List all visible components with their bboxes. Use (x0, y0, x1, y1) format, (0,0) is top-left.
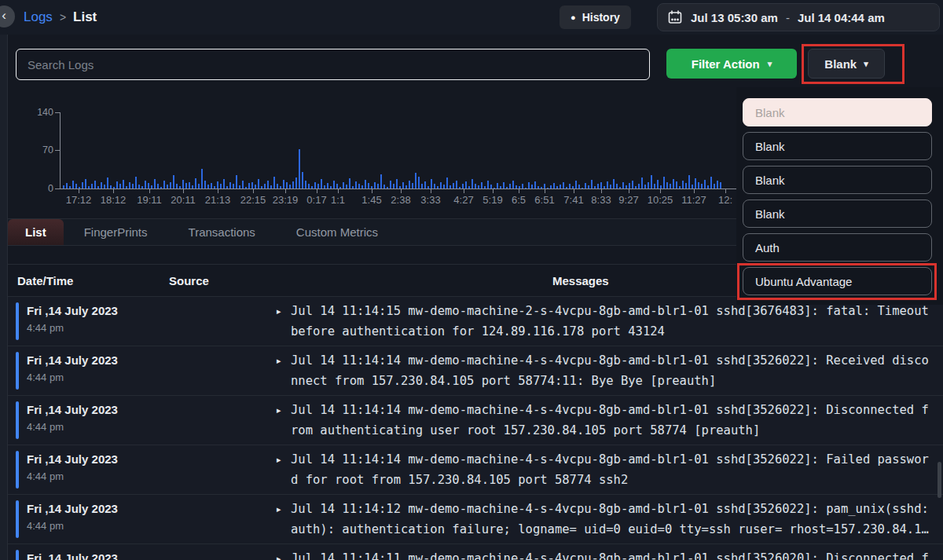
scrollbar-thumb[interactable] (937, 462, 941, 498)
row-time: 4:44 pm (27, 322, 64, 334)
chart-bar (487, 181, 489, 188)
chart-bar (201, 169, 203, 188)
expand-arrow-icon[interactable]: ▸ (277, 548, 291, 560)
chart-bar (663, 177, 665, 188)
tab-custom-metrics[interactable]: Custom Metrics (276, 219, 398, 245)
chart-x-tick-label: 21:13 (205, 194, 231, 206)
expand-arrow-icon[interactable]: ▸ (277, 499, 291, 540)
chart-bar (258, 179, 259, 188)
chart-x-tick-mark (694, 189, 695, 193)
chart-bar (600, 182, 602, 188)
chart-bar (434, 184, 435, 188)
breadcrumb-current: List (73, 9, 97, 25)
search-input[interactable] (16, 49, 650, 80)
chart-bar (63, 185, 64, 188)
chart-bar (701, 184, 703, 188)
chart-bar (412, 183, 413, 188)
chart-bar (613, 179, 615, 188)
row-date: Fri ,14 July 2023 (27, 502, 118, 515)
chart-bar (192, 185, 193, 188)
chart-bar (242, 181, 244, 188)
table-row[interactable]: Fri ,14 July 20234:44 pm▸Jul 14 11:14:14… (8, 396, 943, 445)
chart-bar (415, 173, 416, 188)
back-button[interactable]: ‹ (0, 5, 15, 27)
chart-bar (714, 184, 715, 188)
row-time: 4:44 pm (27, 520, 64, 532)
chart-bar (317, 184, 319, 188)
chart-bar (79, 187, 80, 188)
chart-bar (226, 186, 228, 188)
chart-y-tick-label: 140 (25, 107, 53, 118)
chart-bar (330, 186, 332, 188)
date-range-end: Jul 14 04:44 am (798, 11, 885, 24)
expand-arrow-icon[interactable]: ▸ (277, 449, 291, 490)
dropdown-item-blank[interactable]: Blank (743, 98, 932, 126)
calendar-icon (667, 9, 683, 25)
breadcrumb: Logs > List (24, 0, 97, 35)
table-row[interactable]: Fri ,14 July 20234:44 pm▸Jul 14 11:14:14… (8, 445, 943, 495)
dropdown-item-ubuntu-advantage[interactable]: Ubuntu Advantage (743, 267, 932, 295)
chart-bar (374, 182, 376, 188)
dropdown-item-blank[interactable]: Blank (743, 199, 932, 228)
date-range-picker[interactable]: Jul 13 05:30 am - Jul 14 04:44 am (657, 3, 940, 31)
table-row[interactable]: Fri ,14 July 20234:44 pm▸Jul 14 11:14:14… (8, 346, 943, 396)
chart-bar (449, 185, 451, 188)
tab-fingerprints[interactable]: FingerPrints (64, 219, 168, 245)
chart-bar (720, 182, 721, 188)
chart-bar (145, 181, 146, 188)
chart-bar (157, 184, 159, 188)
chart-x-tick-label: 4:27 (453, 194, 473, 206)
chart-y-tick-mark (55, 188, 60, 189)
expand-arrow-icon[interactable]: ▸ (277, 301, 291, 342)
chart-bar (670, 184, 671, 188)
chart-bar (380, 174, 382, 188)
chart-bar (484, 186, 486, 188)
chart-x-tick-mark (574, 189, 574, 193)
row-message: Jul 14 11:14:15 mw-demo-machine-2-s-4vcp… (291, 301, 929, 342)
chart-bar (236, 175, 237, 188)
expand-arrow-icon[interactable]: ▸ (277, 350, 291, 391)
chart-bar (217, 181, 218, 188)
table-row[interactable]: Fri ,14 July 20234:44 pm▸Jul 14 11:14:11… (8, 544, 943, 560)
chart-bar (377, 184, 379, 188)
type-dropdown-label: Blank (824, 57, 857, 71)
chart-bar (305, 181, 306, 188)
row-date: Fri ,14 July 2023 (27, 452, 118, 466)
chart-bar (522, 184, 523, 188)
chart-bar (123, 180, 124, 188)
breadcrumb-logs-link[interactable]: Logs (24, 9, 53, 25)
dropdown-item-blank[interactable]: Blank (743, 166, 932, 194)
tab-list[interactable]: List (8, 219, 64, 245)
chart-bar (280, 186, 281, 188)
chart-bar (509, 184, 511, 188)
type-dropdown-button[interactable]: Blank ▾ (808, 49, 885, 79)
history-button[interactable]: ● History (560, 5, 631, 29)
filter-action-button[interactable]: Filter Action ▾ (666, 49, 797, 79)
dropdown-item-auth[interactable]: Auth (743, 233, 932, 262)
chart-y-tick-label: 70 (25, 145, 53, 156)
row-severity-bar (16, 302, 19, 340)
chart-bar (468, 186, 470, 188)
chart-x-tick-mark (493, 189, 494, 193)
table-row[interactable]: Fri ,14 July 20234:44 pm▸Jul 14 11:14:12… (8, 495, 943, 544)
chart-bar (91, 184, 93, 188)
chart-bar (211, 183, 212, 188)
chart-x-tick-mark (629, 189, 629, 193)
chart-bar (519, 186, 520, 188)
chart-bar (346, 185, 347, 188)
tab-transactions[interactable]: Transactions (168, 219, 276, 245)
chart-x-tick-mark (464, 189, 464, 193)
expand-arrow-icon[interactable]: ▸ (277, 400, 291, 441)
chart-bar (189, 182, 190, 188)
history-dot-icon: ● (571, 13, 576, 22)
chart-bar (138, 185, 140, 188)
chart-bar (648, 182, 649, 188)
chart-y-tick-mark (55, 112, 60, 113)
chart-bar (563, 182, 564, 188)
chart-bar (566, 187, 567, 188)
chart-bar (160, 187, 162, 188)
chart-bar (531, 185, 533, 188)
chart-bar (556, 186, 558, 188)
chart-bar (654, 184, 655, 188)
dropdown-item-blank[interactable]: Blank (743, 132, 932, 160)
